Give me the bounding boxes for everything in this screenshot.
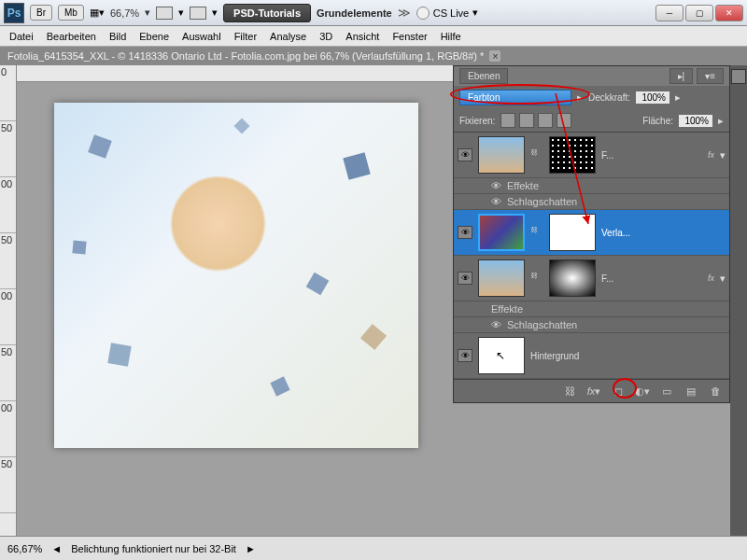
arrange-icon[interactable]: ▦▾ xyxy=(90,7,105,19)
status-message: Belichtung funktioniert nur bei 32-Bit xyxy=(71,543,236,554)
lock-transparency-icon[interactable] xyxy=(500,113,515,128)
menu-hilfe[interactable]: Hilfe xyxy=(441,31,461,42)
menu-filter[interactable]: Filter xyxy=(234,31,257,42)
visibility-icon[interactable]: 👁 xyxy=(458,226,472,239)
panel-tabbar: Ebenen ▸|▾≡ xyxy=(454,66,729,86)
document-tab-close-icon[interactable]: × xyxy=(489,50,500,62)
layer-row[interactable]: 👁 ↖ Hintergrund xyxy=(454,333,729,379)
layers-list: 👁 ⛓ F... fx▾ 👁Effekte 👁Schlagschatten 👁 … xyxy=(454,133,729,379)
menu-analyse[interactable]: Analyse xyxy=(270,31,306,42)
status-scroll-left-icon[interactable]: ◄ xyxy=(51,543,62,554)
menu-bearbeiten[interactable]: Bearbeiten xyxy=(47,31,96,42)
chevron-down-icon[interactable]: ▸ xyxy=(577,91,583,104)
opacity-label: Deckkraft: xyxy=(588,92,630,103)
close-button[interactable]: ✕ xyxy=(715,5,743,21)
link-icon[interactable]: ⛓ xyxy=(530,226,540,239)
menubar: Datei Bearbeiten Bild Ebene Auswahl Filt… xyxy=(0,26,747,47)
status-scroll-right-icon[interactable]: ► xyxy=(246,543,256,554)
layer-thumbnail[interactable] xyxy=(478,214,525,251)
menu-ansicht[interactable]: Ansicht xyxy=(345,31,379,42)
workspace-more-icon[interactable]: ≫ xyxy=(398,6,411,20)
panel-collapse-icon[interactable]: ▸| xyxy=(669,68,694,84)
layers-panel: Ebenen ▸|▾≡ Farbton▸ Deckkraft: 100%▸ Fi… xyxy=(453,65,730,403)
photoshop-icon[interactable]: Ps xyxy=(4,3,24,23)
minimize-button[interactable]: ─ xyxy=(655,5,684,21)
lock-position-icon[interactable] xyxy=(538,113,553,128)
layer-row[interactable]: 👁 ⛓ F... fx▾ xyxy=(454,256,729,301)
panel-tab-ebenen[interactable]: Ebenen xyxy=(459,68,508,84)
layer-effects[interactable]: 👁Effekte xyxy=(454,178,729,194)
blend-row: Farbton▸ Deckkraft: 100%▸ xyxy=(454,86,729,109)
layer-name[interactable]: F... xyxy=(601,273,702,284)
workspace-psdtutorials[interactable]: PSD-Tutorials xyxy=(223,4,311,22)
layer-style-icon[interactable]: fx▾ xyxy=(585,384,602,399)
new-layer-icon[interactable]: ▤ xyxy=(683,384,699,399)
minibridge-button[interactable]: Mb xyxy=(58,5,84,21)
menu-ebene[interactable]: Ebene xyxy=(139,31,169,42)
link-icon[interactable]: ⛓ xyxy=(530,272,540,285)
menu-3d[interactable]: 3D xyxy=(319,31,332,42)
lock-label: Fixieren: xyxy=(459,116,495,126)
layer-effect-dropshadow[interactable]: 👁Schlagschatten xyxy=(454,317,729,333)
link-icon[interactable]: ⛓ xyxy=(530,148,540,161)
fill-label: Fläche: xyxy=(642,116,673,126)
side-dock xyxy=(730,65,747,536)
visibility-icon[interactable]: 👁 xyxy=(458,148,472,161)
zoom-pct[interactable]: 66,7% xyxy=(110,7,139,19)
document-tab-title: Fotolia_6415354_XXL - © 1418336 Ontario … xyxy=(7,50,484,62)
screenmode-button[interactable] xyxy=(156,7,173,20)
layer-effects[interactable]: Effekte xyxy=(454,301,729,317)
lock-row: Fixieren: Fläche: 100%▸ xyxy=(454,109,729,133)
adjustment-layer-icon[interactable]: ◐▾ xyxy=(634,384,651,399)
canvas-image xyxy=(54,103,418,448)
layer-row[interactable]: 👁 ⛓ F... fx▾ xyxy=(454,133,729,178)
layer-name[interactable]: F... xyxy=(601,150,702,161)
ruler-vertical: 050005000500050 xyxy=(0,65,17,536)
lock-all-icon[interactable] xyxy=(557,113,571,128)
layer-thumbnail[interactable] xyxy=(478,259,525,297)
layer-name[interactable]: Verla... xyxy=(601,228,726,238)
canvas[interactable] xyxy=(54,103,418,448)
menu-datei[interactable]: Datei xyxy=(9,31,34,42)
layer-thumbnail[interactable] xyxy=(478,136,525,174)
panel-menu-icon[interactable]: ▾≡ xyxy=(697,68,724,84)
menu-bild[interactable]: Bild xyxy=(109,31,126,42)
statusbar: 66,67% ◄ Belichtung funktioniert nur bei… xyxy=(0,536,747,560)
visibility-icon[interactable]: 👁 xyxy=(458,349,472,362)
opacity-input[interactable]: 100% xyxy=(636,91,669,104)
dock-icon[interactable] xyxy=(731,69,746,84)
fill-input[interactable]: 100% xyxy=(679,115,712,127)
layer-mask-thumbnail[interactable] xyxy=(549,214,596,251)
layer-mask-thumbnail[interactable] xyxy=(549,259,596,297)
fx-badge[interactable]: fx xyxy=(708,273,714,283)
status-zoom[interactable]: 66,67% xyxy=(7,543,42,554)
link-layers-icon[interactable]: ⛓ xyxy=(561,384,578,399)
lock-pixels-icon[interactable] xyxy=(519,113,534,128)
cslive-button[interactable]: CS Live▾ xyxy=(416,7,479,20)
layer-effect-dropshadow[interactable]: 👁Schlagschatten xyxy=(454,194,729,210)
layer-group-icon[interactable]: ▭ xyxy=(658,384,675,399)
menu-auswahl[interactable]: Auswahl xyxy=(182,31,221,42)
document-tab[interactable]: Fotolia_6415354_XXL - © 1418336 Ontario … xyxy=(0,47,747,65)
titlebar: Ps Br Mb ▦▾ 66,7%▾ ▾ ▾ PSD-Tutorials Gru… xyxy=(0,0,747,26)
bridge-button[interactable]: Br xyxy=(30,5,52,21)
layer-row[interactable]: 👁 ⛓ Verla... xyxy=(454,210,729,256)
blend-mode-dropdown[interactable]: Farbton xyxy=(459,90,571,105)
workspace-grundelemente[interactable]: Grundelemente xyxy=(317,7,392,19)
layer-thumbnail[interactable]: ↖ xyxy=(478,337,525,374)
layer-mask-thumbnail[interactable] xyxy=(549,136,596,174)
layers-panel-buttons: ⛓ fx▾ ◻ ◐▾ ▭ ▤ 🗑 xyxy=(454,379,729,402)
layer-name[interactable]: Hintergrund xyxy=(530,351,726,361)
menu-fenster[interactable]: Fenster xyxy=(392,31,427,42)
viewextras-button[interactable] xyxy=(190,7,206,20)
visibility-icon[interactable]: 👁 xyxy=(458,272,472,285)
maximize-button[interactable]: ▢ xyxy=(685,5,713,21)
layer-mask-icon[interactable]: ◻ xyxy=(610,384,627,399)
delete-layer-icon[interactable]: 🗑 xyxy=(707,384,724,399)
fx-badge[interactable]: fx xyxy=(708,150,714,160)
